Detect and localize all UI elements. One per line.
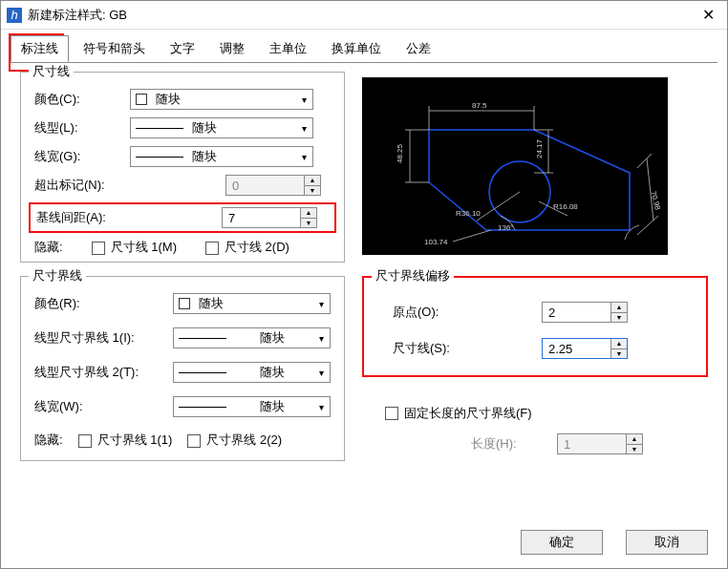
ok-button[interactable]: 确定 [521, 530, 603, 555]
svg-text:R16.08: R16.08 [553, 202, 578, 211]
group-dimline: 尺寸线 颜色(C): 随块 ▾ 线型(L): 随块 [20, 72, 345, 263]
spin-down-icon[interactable]: ▼ [611, 349, 627, 359]
spin-down-icon[interactable]: ▼ [611, 313, 627, 323]
label-origin: 原点(O): [379, 304, 542, 321]
chevron-down-icon: ▾ [295, 123, 312, 134]
tab-dimline[interactable]: 标注线 [11, 35, 69, 62]
spin-down-icon[interactable]: ▼ [305, 186, 320, 196]
tab-fit[interactable]: 调整 [209, 35, 255, 62]
combo-lineweight[interactable]: 随块 ▾ [130, 146, 313, 167]
group-dimline-legend: 尺寸线 [29, 63, 74, 80]
preview-panel: 87.5 48.25 24.17 70.98 R36.10 [362, 77, 668, 255]
window-title: 新建标注样式: GB [28, 7, 689, 24]
dialog-window: h 新建标注样式: GB ✕ 标注线 符号和箭头 文字 调整 主单位 换算单位 … [0, 0, 728, 569]
swatch-icon [136, 94, 147, 105]
svg-line-16 [647, 158, 653, 221]
spin-up-icon[interactable]: ▲ [611, 339, 627, 349]
label-length: 长度(H): [471, 435, 557, 453]
combo-color[interactable]: 随块 ▾ [130, 89, 313, 110]
svg-line-18 [477, 192, 520, 221]
group-extline-legend: 尺寸界线 [29, 267, 86, 284]
checkbox-hide2[interactable] [205, 242, 219, 255]
checkbox-fixlen[interactable] [385, 407, 398, 420]
chevron-down-icon: ▾ [312, 368, 330, 378]
preview-svg: 87.5 48.25 24.17 70.98 R36.10 [362, 77, 668, 255]
line-icon [179, 372, 226, 373]
line-icon [179, 407, 226, 408]
chevron-down-icon: ▾ [312, 333, 330, 344]
spin-up-icon[interactable]: ▲ [305, 176, 320, 186]
checkbox-ext-hide1[interactable] [78, 434, 92, 448]
label-offset-dimline: 尺寸线(S): [379, 340, 542, 357]
tab-tolerance[interactable]: 公差 [396, 35, 441, 62]
spin-up-icon[interactable]: ▲ [611, 303, 627, 313]
group-offset: 尺寸界线偏移 原点(O): 2 ▲▼ 尺寸线(S): 2.25 ▲▼ [362, 276, 708, 377]
label-extend: 超出标记(N): [34, 177, 225, 194]
line-icon [136, 157, 183, 158]
spinner-length: 1 ▲▼ [557, 433, 643, 454]
svg-text:87.5: 87.5 [472, 101, 487, 110]
close-icon[interactable]: ✕ [689, 1, 727, 29]
footer: 确定 取消 [1, 520, 727, 568]
spinner-baseline[interactable]: 7 ▲▼ [222, 207, 317, 228]
cancel-button[interactable]: 取消 [626, 530, 708, 555]
svg-line-24 [453, 230, 491, 242]
tab-text[interactable]: 文字 [160, 35, 205, 62]
spinner-origin[interactable]: 2 ▲▼ [542, 302, 628, 323]
chevron-down-icon: ▾ [312, 299, 330, 309]
label-hide: 隐藏: [34, 239, 63, 256]
label-hide2: 尺寸线 2(D) [225, 240, 289, 254]
label-ext-lw: 线宽(W): [34, 398, 173, 415]
combo-ext-lt2[interactable]: 随块 ▾ [173, 362, 331, 383]
label-ext-hide1: 尺寸界线 1(1) [97, 432, 173, 447]
label-ext-hide2: 尺寸界线 2(2) [206, 432, 282, 447]
spinner-extend[interactable]: 0 ▲▼ [225, 175, 321, 196]
combo-ext-lw[interactable]: 随块 ▾ [173, 396, 331, 417]
tab-symbols[interactable]: 符号和箭头 [73, 35, 156, 62]
spin-up-icon: ▲ [627, 434, 642, 445]
tab-alternate[interactable]: 换算单位 [321, 35, 392, 62]
svg-text:48.25: 48.25 [396, 143, 404, 163]
label-hide1: 尺寸线 1(M) [111, 240, 177, 254]
label-linetype: 线型(L): [34, 119, 130, 137]
combo-ext-color[interactable]: 随块 ▾ [173, 293, 331, 314]
spin-up-icon[interactable]: ▲ [301, 208, 316, 219]
line-icon [179, 338, 226, 339]
group-offset-legend: 尺寸界线偏移 [372, 267, 454, 284]
spin-down-icon[interactable]: ▼ [301, 219, 316, 228]
group-extline: 尺寸界线 颜色(R): 随块 ▾ 线型尺寸界线 1(I): [20, 276, 345, 461]
titlebar: h 新建标注样式: GB ✕ [1, 1, 727, 30]
svg-line-14 [637, 154, 652, 168]
app-icon: h [7, 8, 22, 23]
spinner-offset-dimline[interactable]: 2.25 ▲▼ [542, 338, 628, 359]
spin-down-icon: ▼ [627, 445, 642, 454]
checkbox-hide1[interactable] [92, 242, 105, 255]
svg-text:103.74: 103.74 [424, 238, 448, 246]
svg-text:R36.10: R36.10 [456, 209, 481, 218]
label-ext-color: 颜色(R): [34, 295, 173, 312]
svg-text:136°: 136° [498, 223, 514, 232]
combo-linetype[interactable]: 随块 ▾ [130, 117, 313, 138]
svg-line-15 [637, 216, 658, 235]
svg-text:24.17: 24.17 [535, 138, 544, 158]
label-lineweight: 线宽(G): [34, 148, 130, 165]
label-baseline: 基线间距(A): [34, 209, 222, 226]
svg-text:70.98: 70.98 [649, 190, 662, 211]
chevron-down-icon: ▾ [295, 152, 312, 162]
label-ext-hide: 隐藏: [34, 432, 63, 449]
label-color: 颜色(C): [34, 91, 130, 108]
swatch-icon [179, 298, 190, 309]
label-ext-lt2: 线型尺寸界线 2(T): [34, 364, 173, 381]
checkbox-ext-hide2[interactable] [187, 434, 201, 448]
combo-ext-lt1[interactable]: 随块 ▾ [173, 327, 331, 348]
chevron-down-icon: ▾ [295, 95, 312, 105]
label-ext-lt1: 线型尺寸界线 1(I): [34, 329, 173, 347]
tab-primary[interactable]: 主单位 [259, 35, 317, 62]
tab-bar: 标注线 符号和箭头 文字 调整 主单位 换算单位 公差 [1, 30, 727, 62]
line-icon [136, 128, 183, 129]
label-fixlen: 固定长度的尺寸界线(F) [404, 405, 532, 422]
chevron-down-icon: ▾ [312, 402, 330, 412]
